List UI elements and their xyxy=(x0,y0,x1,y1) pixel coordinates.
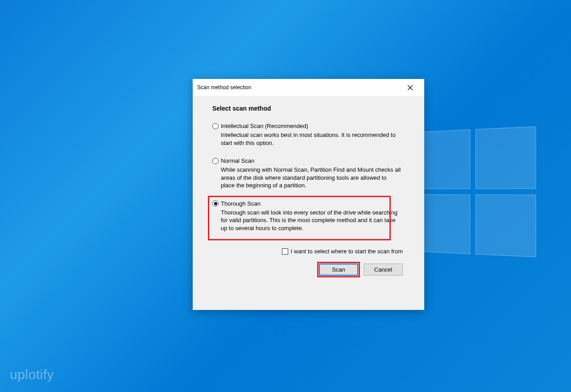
radio-normal-scan[interactable] xyxy=(212,158,219,164)
checkbox-select-start[interactable] xyxy=(282,248,288,255)
option-description: Intellectual scan works best in most sit… xyxy=(221,131,406,147)
option-description: Thorough scan will look into every secto… xyxy=(221,209,406,232)
option-intellectual-scan: Intellectual Scan (Recommended) Intellec… xyxy=(212,123,406,147)
dialog-content: Select scan method Intellectual Scan (Re… xyxy=(193,96,424,310)
option-thorough-scan: Thorough Scan Thorough scan will look in… xyxy=(212,200,406,232)
checkbox-label[interactable]: I want to select where to start the scan… xyxy=(291,248,403,255)
scan-method-dialog: Scan method selection Select scan method… xyxy=(193,79,424,310)
option-label[interactable]: Intellectual Scan (Recommended) xyxy=(221,123,308,129)
radio-intellectual-scan[interactable] xyxy=(212,123,219,129)
button-label: Scan xyxy=(332,266,345,273)
dialog-heading: Select scan method xyxy=(212,105,406,112)
close-icon xyxy=(407,85,413,91)
window-title: Scan method selection xyxy=(197,84,251,91)
radio-thorough-scan[interactable] xyxy=(212,200,219,206)
cancel-button[interactable]: Cancel xyxy=(364,264,403,276)
option-description: While scanning with Normal Scan, Partiti… xyxy=(221,166,406,190)
scan-button[interactable]: Scan xyxy=(319,264,358,276)
option-normal-scan: Normal Scan While scanning with Normal S… xyxy=(212,157,406,190)
watermark-text: uplotify xyxy=(10,367,54,382)
titlebar: Scan method selection xyxy=(193,79,424,96)
button-row: Scan Cancel xyxy=(212,264,406,276)
button-label: Cancel xyxy=(374,266,392,273)
close-button[interactable] xyxy=(401,81,419,94)
checkbox-row: I want to select where to start the scan… xyxy=(212,248,406,255)
windows-logo-background xyxy=(415,126,536,257)
option-label[interactable]: Normal Scan xyxy=(221,157,254,164)
option-label[interactable]: Thorough Scan xyxy=(221,200,261,207)
